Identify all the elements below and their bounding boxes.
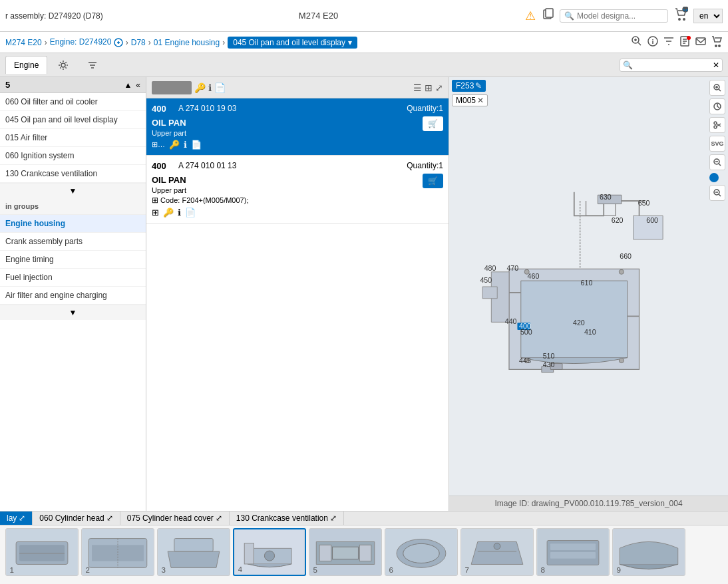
sidebar-bottom-scroll[interactable]: ▼ — [0, 305, 146, 320]
part-1-key-icon[interactable]: 🔑 — [169, 140, 180, 150]
thumbnail-7[interactable]: 7 — [460, 528, 534, 576]
svg-text:500: 500 — [520, 328, 532, 336]
blue-dot-btn[interactable] — [709, 173, 719, 182]
svg-text:440: 440 — [504, 317, 516, 325]
sidebar-collapse-icon[interactable]: ▲ — [124, 80, 132, 90]
part-row-1-header: 400 A 274 010 19 03 Quantity: 1 — [152, 104, 443, 114]
zoom-fit-btn[interactable] — [709, 154, 725, 170]
sidebar-group-timing[interactable]: Engine timing — [0, 251, 146, 269]
thumb-tab-display-icon[interactable]: ⤢ — [19, 513, 25, 523]
svg-text:620: 620 — [611, 216, 623, 224]
filter-icon[interactable] — [663, 35, 675, 50]
part-2-table-icon[interactable]: ⊞ — [152, 208, 159, 218]
info-icon[interactable] — [647, 35, 659, 50]
thumb-tab-head-cover[interactable]: 075 Cylinder head cover ⤢ — [120, 511, 230, 525]
svg-text:2: 2 — [85, 565, 89, 574]
sidebar-scroll-down[interactable]: ▼ — [0, 183, 146, 198]
sidebar-item-oil-pan[interactable]: 045 Oil pan and oil level display — [0, 111, 146, 129]
mail-icon[interactable] — [695, 35, 707, 50]
thumb-tab-cylinder-icon[interactable]: ⤢ — [106, 513, 113, 523]
breadcrumb-active-item[interactable]: 045 Oil pan and oil level display ▾ — [228, 37, 357, 49]
sidebar-menu-icon[interactable]: « — [136, 80, 140, 90]
sidebar-group-air-charging[interactable]: Air filter and engine charging — [0, 287, 146, 305]
sidebar-item-crankcase[interactable]: 130 Crankcase ventilation — [0, 165, 146, 183]
thumbnail-9[interactable]: 9 — [612, 528, 685, 576]
thumb-tab-display[interactable]: lay ⤢ — [0, 511, 33, 525]
scissors-btn[interactable] — [709, 117, 725, 133]
svg-point-67 — [403, 543, 439, 563]
grid-view-icon[interactable]: ⊞ — [425, 82, 433, 93]
thumbnail-3[interactable]: 3 — [157, 528, 230, 576]
thumbnail-2[interactable]: 2 — [81, 528, 154, 576]
thumb-tab-crankcase-icon[interactable]: ⤢ — [330, 513, 337, 523]
sidebar-item-air-filter[interactable]: 015 Air filter — [0, 129, 146, 147]
warning-icon[interactable]: ⚠ — [525, 9, 536, 23]
expand-view-icon[interactable]: ⤢ — [435, 82, 443, 93]
info-parts-icon[interactable]: ℹ — [208, 82, 212, 93]
part-row-1[interactable]: 400 A 274 010 19 03 Quantity: 1 OIL PAN … — [146, 98, 449, 156]
part-2-code: ⊞ Code: F204+(M005/M007); — [152, 196, 248, 205]
part-2-info-icon[interactable]: ℹ — [178, 208, 181, 218]
tab-search-box[interactable]: 🔍 ✕ — [620, 59, 723, 72]
svg-text:4: 4 — [238, 565, 242, 573]
svg-point-16 — [619, 269, 624, 274]
sidebar: 5 ▲ « 060 Oil filter and oil cooler 045 … — [0, 77, 146, 511]
thumbnail-5[interactable]: 5 — [309, 528, 382, 576]
zoom-out-btn[interactable] — [709, 185, 725, 201]
part-2-details: OIL PAN Upper part ⊞ Code: F204+(M005/M0… — [152, 174, 248, 218]
part-1-info-icon[interactable]: ℹ — [184, 140, 187, 150]
engine-tab-label: Engine — [14, 61, 39, 70]
sidebar-group-crank[interactable]: Crank assembly parts — [0, 233, 146, 251]
breadcrumb-d78[interactable]: D78 — [131, 38, 146, 47]
history-btn[interactable] — [709, 98, 725, 114]
part-2-grid-icon[interactable]: ⊞ — [152, 196, 158, 205]
thumb-tab-crankcase[interactable]: 130 Crankcase ventilation ⤢ — [230, 511, 344, 525]
part-2-doc-icon[interactable]: 📄 — [185, 208, 196, 218]
svg-btn[interactable]: SVG — [709, 136, 725, 152]
thumb-tab-cylinder-head[interactable]: 060 Cylinder head ⤢ — [33, 511, 120, 525]
tab-parts[interactable] — [79, 56, 106, 74]
svg-rect-57 — [244, 543, 254, 564]
key-icon[interactable]: 🔑 — [194, 82, 206, 93]
model-search-box[interactable]: 🔍 — [560, 9, 668, 23]
sidebar-item-oil-filter[interactable]: 060 Oil filter and oil cooler — [0, 93, 146, 111]
tab-search-input[interactable] — [633, 61, 713, 70]
language-select[interactable]: en de fr — [693, 9, 723, 23]
copy-icon[interactable] — [541, 7, 554, 24]
svg-text:650: 650 — [637, 199, 649, 207]
tab-tools[interactable] — [50, 56, 77, 74]
part-1-doc-icon[interactable]: 📄 — [191, 140, 202, 150]
model-search-input[interactable] — [577, 11, 663, 21]
thumb-tab-headcover-icon[interactable]: ⤢ — [216, 513, 222, 523]
document-icon[interactable] — [679, 35, 691, 50]
part-1-grid-icon[interactable]: ⊞… — [152, 140, 165, 149]
svg-point-41 — [714, 126, 717, 128]
engine-title: M274 E20 — [117, 11, 520, 21]
sidebar-item-ignition[interactable]: 060 Ignition system — [0, 147, 146, 165]
doc-parts-icon[interactable]: 📄 — [214, 82, 226, 93]
part-1-qty-label: Quantity: — [407, 104, 439, 113]
breadcrumb-engine-housing[interactable]: 01 Engine housing — [154, 38, 220, 47]
breadcrumb-engine[interactable]: Engine: D274920 — [50, 37, 123, 47]
zoom-in-btn[interactable] — [709, 80, 725, 96]
part-1-cart-button[interactable]: 🛒 — [423, 116, 443, 131]
sidebar-group-engine-housing[interactable]: Engine housing — [0, 215, 146, 233]
list-view-icon[interactable]: ☰ — [413, 82, 422, 93]
thumbnail-4[interactable]: 4 — [233, 528, 306, 576]
part-2-key-icon[interactable]: 🔑 — [163, 208, 174, 218]
breadcrumb-m274[interactable]: M274 E20 — [5, 38, 42, 47]
tab-search-clear[interactable]: ✕ — [713, 61, 719, 70]
zoom-icon[interactable] — [631, 35, 643, 50]
part-2-cart-button[interactable]: 🛒 — [423, 174, 443, 188]
tab-engine[interactable]: Engine — [5, 56, 47, 74]
thumbnail-8[interactable]: 8 — [536, 528, 610, 576]
cart-icon[interactable]: + — [673, 7, 688, 25]
breadcrumb-dropdown-icon: ▾ — [348, 38, 352, 47]
part-row-2[interactable]: 400 A 274 010 01 13 Quantity: 1 OIL PAN … — [146, 156, 449, 223]
parts-toolbar: 🔑 ℹ 📄 ☰ ⊞ ⤢ — [146, 77, 449, 98]
cart-bc-icon[interactable] — [711, 35, 723, 50]
thumbnail-1[interactable]: 1 — [5, 528, 79, 576]
thumbnail-6[interactable]: 6 — [385, 528, 458, 576]
sidebar-group-fuel[interactable]: Fuel injection — [0, 269, 146, 287]
parts-filter-box[interactable] — [152, 81, 192, 94]
